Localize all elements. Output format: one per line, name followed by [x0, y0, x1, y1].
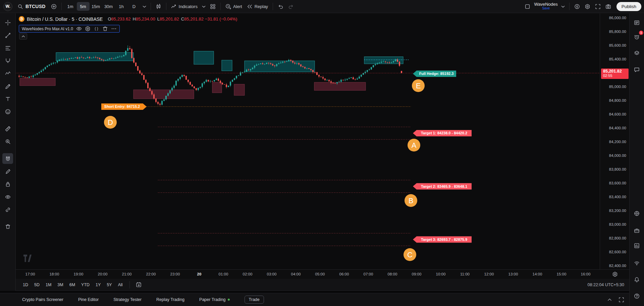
full-hedge-label[interactable]: Full Hedge: 85192.3: [413, 71, 456, 77]
layout-select-button[interactable]: [522, 1, 533, 11]
timeframe-15m[interactable]: 15m: [90, 2, 102, 11]
pattern-icon[interactable]: [2, 68, 13, 79]
chat-icon[interactable]: [631, 64, 642, 75]
range-6m[interactable]: 6M: [67, 281, 78, 289]
timeframe-30m[interactable]: 30m: [102, 2, 115, 11]
timeframe-1m[interactable]: 1m: [64, 2, 77, 11]
watchlist-icon[interactable]: [631, 17, 642, 28]
crosshair-icon[interactable]: [2, 17, 13, 28]
time-axis[interactable]: 17:0018:0019:0020:0021:0022:0023:002001:…: [15, 269, 630, 279]
legend-collapse-button[interactable]: [19, 33, 27, 40]
footer-tab-paper-trading[interactable]: Paper Trading: [199, 297, 230, 302]
target-3-label[interactable]: Target 3: 82693.7 - 82875.9: [413, 236, 472, 243]
indicator-more-icon[interactable]: [111, 26, 117, 32]
chart-settings-button[interactable]: [582, 1, 593, 11]
go-to-date-button[interactable]: [133, 280, 144, 289]
alerts-icon[interactable]: 1: [631, 32, 642, 42]
symbol-search[interactable]: BTCUSD: [14, 1, 49, 11]
marker-e[interactable]: E: [412, 79, 425, 92]
axis-settings-gear-icon[interactable]: [612, 271, 618, 277]
trading-panel-icon[interactable]: [631, 225, 642, 236]
timeframe-1h[interactable]: 1h: [115, 2, 128, 11]
quick-search-button[interactable]: [572, 1, 582, 11]
compare-add-symbol-button[interactable]: [49, 1, 59, 11]
range-1d[interactable]: 1D: [20, 281, 31, 289]
footer-tab-strategy-tester[interactable]: Strategy Tester: [113, 297, 142, 302]
alert-button[interactable]: Alert: [223, 1, 245, 11]
collapse-panel-icon[interactable]: [607, 297, 612, 303]
fib-retracement-icon[interactable]: [2, 43, 13, 53]
indicator-source-code-icon[interactable]: { }: [94, 26, 99, 32]
streams-icon[interactable]: [631, 258, 642, 268]
redo-button[interactable]: [286, 1, 296, 11]
dom-icon[interactable]: [631, 240, 642, 251]
supply-zone[interactable]: [194, 51, 214, 64]
brush-icon[interactable]: [2, 81, 13, 92]
demand-zone[interactable]: [20, 78, 55, 86]
range-1y[interactable]: 1Y: [93, 281, 103, 289]
tradingview-logo[interactable]: W.: [3, 2, 12, 11]
layout-grid-button[interactable]: [208, 1, 218, 11]
hide-drawings-eye-icon[interactable]: [2, 191, 13, 202]
help-icon[interactable]: [631, 291, 642, 301]
timeframe-5m[interactable]: 5m: [77, 2, 90, 11]
demand-zone[interactable]: [133, 90, 194, 99]
indicators-button[interactable]: Indicators: [169, 1, 200, 11]
object-tree-icon[interactable]: [631, 208, 642, 219]
magnet-icon[interactable]: [2, 153, 13, 164]
indicator-legend-row[interactable]: WaveNodes Pro Max AI v1.0 { }: [19, 25, 120, 33]
notifications-bell-icon[interactable]: [631, 274, 642, 285]
maximize-panel-icon[interactable]: [619, 297, 624, 303]
demand-zone[interactable]: [314, 82, 366, 90]
marker-b[interactable]: B: [405, 194, 417, 207]
draw-icon[interactable]: [2, 166, 13, 177]
range-1m[interactable]: 1M: [43, 281, 54, 289]
timeframe-menu-button[interactable]: [141, 1, 148, 11]
chart-style-button[interactable]: [153, 1, 164, 11]
undo-button[interactable]: [275, 1, 286, 11]
layers-icon[interactable]: [631, 48, 642, 58]
short-entry-label[interactable]: Short Entry: 84715.2: [101, 103, 147, 110]
indicator-settings-gear-icon[interactable]: [85, 26, 91, 32]
fullscreen-button[interactable]: [593, 1, 603, 11]
range-3m[interactable]: 3M: [55, 281, 66, 289]
target-2-label[interactable]: Target 2: 83465.9 - 83648.1: [413, 183, 472, 189]
indicator-visibility-eye-icon[interactable]: [76, 26, 82, 32]
range-5y[interactable]: 5Y: [104, 281, 114, 289]
replay-button[interactable]: Replay: [245, 1, 270, 11]
text-tool-icon[interactable]: [2, 93, 13, 104]
layout-menu[interactable]: WaveNodes Save: [533, 2, 559, 10]
indicator-templates-button[interactable]: [200, 1, 208, 11]
footer-tab-crypto-pairs-screener[interactable]: Crypto Pairs Screener: [22, 297, 63, 302]
session-clock[interactable]: 08:22:04 UTC+5:30: [588, 282, 625, 287]
range-ytd[interactable]: YTD: [78, 281, 92, 289]
target-1-label[interactable]: Target 1: 84238.0 - 84420.2: [413, 130, 472, 136]
publish-button[interactable]: Publish: [616, 2, 641, 11]
price-axis[interactable]: 86,000.0085,800.0085,600.0085,400.0085,2…: [600, 13, 630, 269]
timeframe-D[interactable]: D: [128, 2, 141, 11]
demand-zone[interactable]: [234, 84, 245, 95]
footer-tab-pine-editor[interactable]: Pine Editor: [78, 297, 99, 302]
marker-d[interactable]: D: [104, 116, 117, 129]
layout-menu-chevron[interactable]: [559, 1, 567, 11]
marker-c[interactable]: C: [404, 248, 416, 261]
footer-tab-replay-trading[interactable]: Replay Trading: [156, 297, 184, 302]
trend-line-icon[interactable]: [2, 30, 13, 41]
demand-zone[interactable]: [212, 82, 222, 93]
pitchfork-icon[interactable]: [2, 55, 13, 66]
link-icon[interactable]: [2, 204, 13, 215]
indicator-remove-trash-icon[interactable]: [102, 26, 108, 32]
snapshot-button[interactable]: [603, 1, 613, 11]
chart-pane[interactable]: Full Hedge: 85192.3Short Entry: 84715.2T…: [15, 13, 600, 269]
lock-icon[interactable]: [2, 179, 13, 189]
trash-icon[interactable]: [2, 221, 13, 232]
ruler-icon[interactable]: [2, 123, 13, 134]
supply-zone[interactable]: [222, 60, 232, 71]
range-all[interactable]: All: [115, 281, 125, 289]
zoom-in-icon[interactable]: [2, 136, 13, 147]
footer-tab-trade[interactable]: Trade: [245, 296, 264, 304]
candlestick-chart[interactable]: Full Hedge: 85192.3Short Entry: 84715.2T…: [15, 13, 600, 269]
emoji-icon[interactable]: [2, 106, 13, 117]
range-5d[interactable]: 5D: [32, 281, 42, 289]
marker-a[interactable]: A: [408, 139, 420, 151]
